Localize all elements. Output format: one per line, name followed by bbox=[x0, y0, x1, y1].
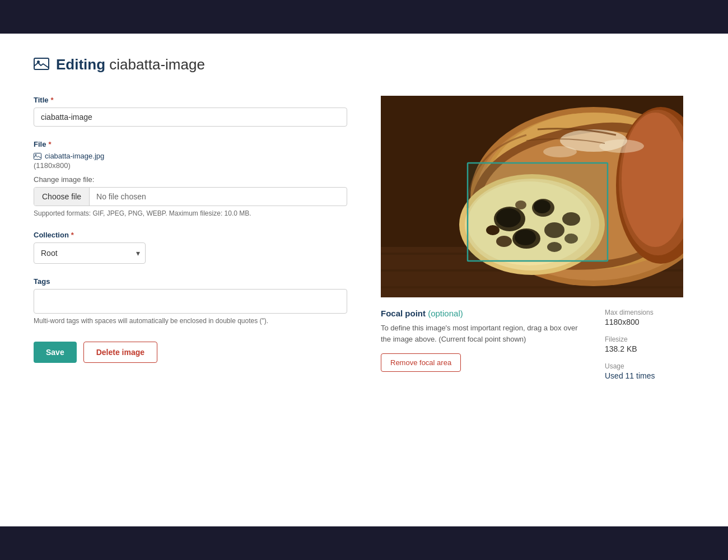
title-input[interactable] bbox=[34, 108, 347, 127]
page-title: Editing ciabatta-image bbox=[56, 56, 205, 73]
left-panel: Title * File * ciabatta-image.jp bbox=[34, 96, 347, 363]
max-dimensions-item: Max dimensions 1180x800 bbox=[605, 309, 694, 326]
filesize-value: 138.2 KB bbox=[605, 344, 694, 353]
choose-file-button[interactable]: Choose file bbox=[34, 188, 90, 206]
file-hint: Supported formats: GIF, JPEG, PNG, WEBP.… bbox=[34, 209, 347, 217]
usage-label: Usage bbox=[605, 362, 694, 370]
file-dimensions: (1180x800) bbox=[34, 161, 347, 170]
collection-required: * bbox=[71, 231, 74, 239]
focal-title: Focal point (optional) bbox=[381, 309, 588, 318]
tags-hint: Multi-word tags with spaces will automat… bbox=[34, 317, 347, 325]
used-times-link[interactable]: Used 11 times bbox=[605, 371, 655, 380]
right-panel: Focal point (optional) To define this im… bbox=[381, 96, 694, 389]
image-icon bbox=[34, 58, 49, 72]
collection-label: Collection * bbox=[34, 231, 347, 239]
tags-group: Tags Multi-word tags with spaces will au… bbox=[34, 277, 347, 325]
top-bar bbox=[0, 0, 728, 34]
file-group: File * ciabatta-image.jpg (1180x800) Cha… bbox=[34, 140, 347, 217]
file-image-icon bbox=[34, 153, 41, 160]
filesize-item: Filesize 138.2 KB bbox=[605, 335, 694, 353]
focal-rect-svg bbox=[381, 96, 683, 297]
meta-section: Max dimensions 1180x800 Filesize 138.2 K… bbox=[605, 309, 694, 389]
filesize-label: Filesize bbox=[605, 335, 694, 343]
image-info-row: Focal point (optional) To define this im… bbox=[381, 309, 694, 389]
image-container bbox=[381, 96, 683, 297]
change-file-label: Change image file: bbox=[34, 175, 347, 184]
max-dimensions-value: 1180x800 bbox=[605, 318, 694, 326]
title-group: Title * bbox=[34, 96, 347, 127]
save-button[interactable]: Save bbox=[34, 342, 77, 363]
button-row: Save Delete image bbox=[34, 342, 347, 363]
file-label: File * bbox=[34, 140, 347, 148]
svg-point-3 bbox=[35, 154, 36, 155]
file-input-wrapper: Choose file No file chosen bbox=[34, 187, 347, 206]
no-file-text: No file chosen bbox=[90, 188, 153, 206]
file-required: * bbox=[48, 140, 51, 148]
focal-section: Focal point (optional) To define this im… bbox=[381, 309, 605, 389]
focal-desc: To define this image's most important re… bbox=[381, 323, 588, 344]
title-required: * bbox=[51, 96, 54, 104]
bottom-bar bbox=[0, 526, 728, 560]
usage-item: Usage Used 11 times bbox=[605, 362, 694, 380]
tags-label: Tags bbox=[34, 277, 347, 286]
max-dimensions-label: Max dimensions bbox=[605, 309, 694, 316]
collection-select-wrapper: Root ▾ bbox=[34, 242, 146, 264]
title-label: Title * bbox=[34, 96, 347, 104]
page-header: Editing ciabatta-image bbox=[34, 56, 694, 73]
tags-input[interactable] bbox=[34, 289, 347, 314]
collection-group: Collection * Root ▾ bbox=[34, 231, 347, 264]
delete-image-button[interactable]: Delete image bbox=[83, 342, 157, 363]
file-link[interactable]: ciabatta-image.jpg bbox=[34, 152, 347, 160]
svg-rect-35 bbox=[468, 163, 608, 261]
remove-focal-button[interactable]: Remove focal area bbox=[381, 353, 461, 372]
collection-select[interactable]: Root bbox=[34, 242, 146, 264]
focal-overlay bbox=[381, 96, 683, 297]
